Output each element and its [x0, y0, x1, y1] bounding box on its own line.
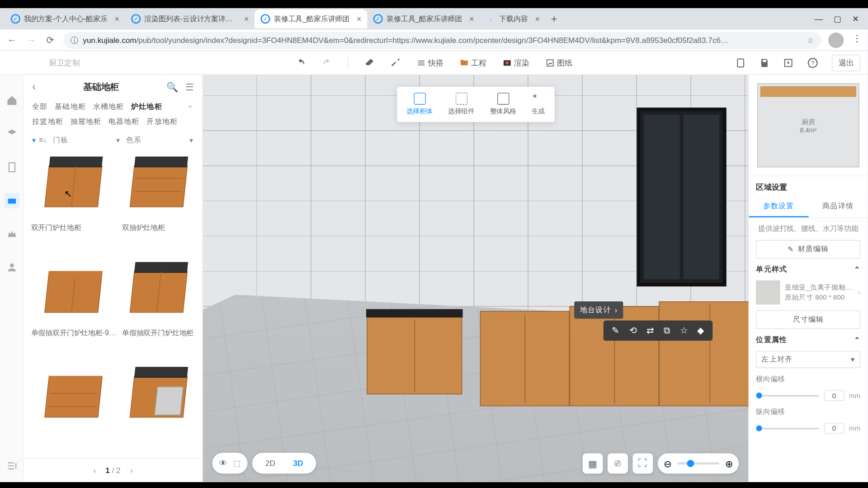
list-toggle-icon[interactable]: ☰ [185, 81, 193, 93]
close-window-icon[interactable]: ✕ [852, 14, 859, 23]
mode-select-cabinet[interactable]: 选择柜体 [406, 93, 433, 116]
view-cube-icon[interactable]: ⬚ [233, 459, 241, 468]
close-icon[interactable]: × [244, 14, 249, 23]
close-icon[interactable]: × [469, 14, 474, 23]
mode-overall-style[interactable]: 整体风格 [490, 93, 516, 116]
redo-button[interactable] [321, 57, 332, 68]
reload-button[interactable]: ⟳ [44, 34, 56, 46]
browser-tab[interactable]: ↓ 下载内容 × [480, 9, 546, 28]
align-select[interactable]: 左上对齐▾ [756, 351, 860, 368]
back-button[interactable]: ← [6, 35, 18, 46]
sort-asc-icon[interactable]: ▾ [32, 136, 36, 145]
offset-v-value[interactable]: 0 [824, 423, 844, 434]
category-tab-active[interactable]: 炉灶地柜 [131, 102, 162, 112]
chevron-up-icon[interactable]: ⌃ [854, 265, 861, 274]
browser-tab[interactable]: ✓ 装修工具_酷家乐讲师团 × [368, 9, 480, 28]
view-grid-icon[interactable]: ▦ [583, 453, 603, 474]
render-button[interactable]: 渲染 [502, 57, 530, 68]
close-icon[interactable]: × [114, 14, 119, 23]
category-tab[interactable]: 开放地柜 [146, 117, 178, 127]
view-3d-button[interactable]: 3D [287, 456, 309, 470]
ctx-edit-icon[interactable]: ✎ [612, 325, 619, 336]
chevron-up-icon[interactable]: ⌃ [854, 335, 861, 344]
ctx-favorite-icon[interactable]: ☆ [680, 325, 688, 336]
url-field[interactable]: ⓘ yun.kujiale.com/pub/tool/yundesign/ind… [63, 32, 821, 48]
eraser-button[interactable] [364, 57, 375, 68]
browser-tab-active[interactable]: ✓ 装修工具_酷家乐讲师团 × [255, 9, 368, 28]
profile-avatar[interactable] [828, 32, 844, 47]
material-row[interactable]: 亚细亚_负离子抛釉… 原始尺寸 800 * 800 › [756, 281, 860, 305]
category-tab[interactable]: 电器地柜 [108, 117, 140, 127]
category-tab[interactable]: 拉篮地柜 [32, 117, 63, 127]
cabinet-model[interactable] [659, 301, 749, 406]
zoom-slider[interactable] [677, 462, 719, 465]
mode-generate[interactable]: ✶生成 [532, 93, 545, 116]
cabinet-model[interactable] [367, 317, 462, 394]
category-tab[interactable]: 抽屉地柜 [71, 117, 102, 127]
ctx-delete-icon[interactable]: ◆ [697, 325, 704, 336]
close-icon[interactable]: × [357, 14, 362, 23]
browser-tab[interactable]: ✓ 我的方案-个人中心-酷家乐 × [5, 9, 126, 28]
close-icon[interactable]: × [535, 14, 540, 23]
pager-prev[interactable]: ‹ [93, 466, 96, 475]
view-fullscreen-icon[interactable]: ⛶ [632, 453, 653, 474]
rail-collapse-icon[interactable] [4, 458, 19, 474]
view-eye-icon[interactable]: 👁 [219, 459, 227, 468]
search-icon[interactable]: 🔍 [166, 81, 178, 93]
chevron-right-icon[interactable]: › [858, 288, 861, 296]
product-card[interactable] [31, 364, 116, 453]
mode-select-component[interactable]: 选择组件 [448, 93, 474, 116]
offset-h-slider[interactable] [756, 394, 819, 396]
view-2d-button[interactable]: 2D [259, 456, 281, 470]
category-tab[interactable]: 基础地柜 [55, 102, 86, 112]
clipboard-icon[interactable] [735, 57, 746, 68]
offset-h-value[interactable]: 0 [824, 390, 844, 401]
tab-params[interactable]: 参数设置 [749, 197, 808, 217]
save-icon[interactable] [759, 57, 770, 68]
view-camera-icon[interactable]: ⎚ [608, 453, 628, 474]
forward-button[interactable]: → [25, 35, 37, 46]
new-tab-button[interactable]: + [546, 10, 562, 27]
minimap[interactable]: 厨房8.4m² ‹ [749, 75, 868, 176]
exit-button[interactable]: 退出 [832, 54, 860, 71]
rail-crown-icon[interactable] [4, 226, 19, 242]
size-edit-button[interactable]: 尺寸编辑 [756, 310, 860, 329]
cabinet-model[interactable] [480, 311, 569, 407]
ctx-rotate-icon[interactable]: ⟲ [629, 325, 637, 336]
chevron-down-icon[interactable]: ⌄ [187, 100, 194, 109]
help-icon[interactable]: ? [807, 56, 819, 68]
color-filter[interactable]: 色系▾ [126, 135, 193, 145]
product-card[interactable]: 双开门炉灶地柜 [31, 154, 116, 253]
context-chip[interactable]: 地台设计› [574, 301, 623, 319]
ctx-copy-icon[interactable]: ⧉ [664, 325, 670, 336]
browser-menu-icon[interactable]: ⋮ [852, 32, 862, 47]
browser-tab[interactable]: ✓ 渲染图列表-云设计方案详情-酷 × [125, 9, 255, 28]
category-tab[interactable]: 全部 [32, 102, 47, 112]
viewport-3d[interactable]: 选择柜体 选择组件 整体风格 ✶生成 地台设计› ✎ ⟲ ⇄ ⧉ ☆ ◆ 👁 [203, 75, 748, 482]
offset-v-slider[interactable] [756, 427, 819, 429]
rail-user-icon[interactable] [4, 260, 19, 275]
product-card[interactable] [122, 364, 195, 453]
rail-cabinet-icon[interactable] [4, 193, 19, 208]
back-icon[interactable]: ‹ [32, 81, 36, 94]
zoom-out-icon[interactable]: ⊖ [664, 458, 671, 469]
sort-list-icon[interactable]: ≡↓ [39, 136, 47, 145]
archive-icon[interactable] [783, 57, 794, 68]
maximize-icon[interactable]: ▢ [834, 14, 841, 23]
material-edit-button[interactable]: ✎ 材质编辑 [756, 240, 860, 258]
rail-home-icon[interactable] [4, 93, 19, 108]
minimize-icon[interactable]: — [815, 14, 823, 23]
ctx-swap-icon[interactable]: ⇄ [646, 325, 654, 336]
zoom-in-icon[interactable]: ⊕ [725, 458, 733, 469]
bookmark-icon[interactable]: ☆ [807, 36, 814, 45]
undo-button[interactable] [295, 57, 306, 68]
pager-next[interactable]: › [130, 466, 133, 475]
project-button[interactable]: 工程 [459, 57, 487, 68]
rail-layers-icon[interactable] [4, 126, 19, 141]
tab-details[interactable]: 商品详情 [808, 197, 868, 217]
quickbuild-button[interactable]: 快搭 [416, 57, 444, 68]
door-filter[interactable]: 门板▾ [53, 135, 120, 145]
rail-door-icon[interactable] [4, 160, 19, 175]
category-tab[interactable]: 水槽地柜 [93, 102, 124, 112]
product-card[interactable]: 单假抽双开门炉灶地柜-9… [31, 259, 116, 358]
